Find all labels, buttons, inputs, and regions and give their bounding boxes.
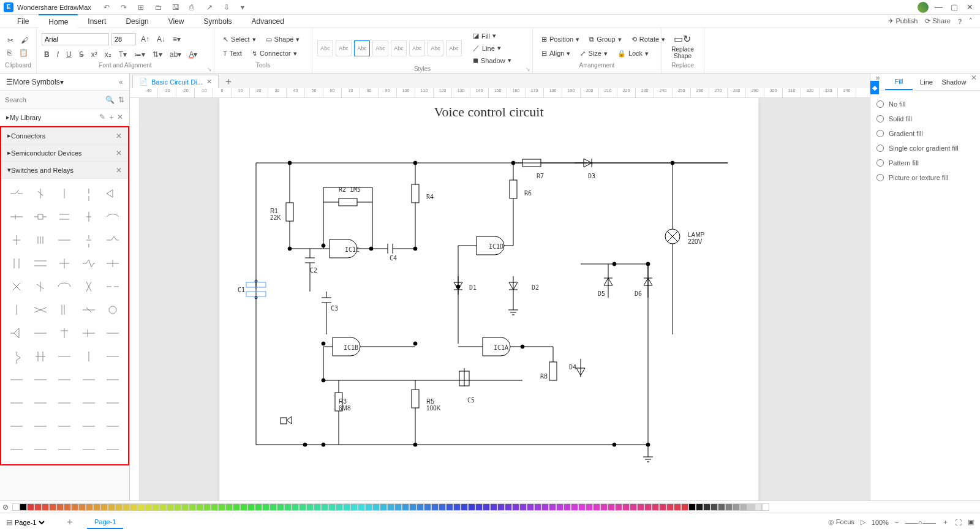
- color-swatch[interactable]: [181, 503, 189, 511]
- shadow-dropdown[interactable]: ◼ Shadow▾: [469, 55, 515, 66]
- color-swatch[interactable]: [409, 503, 417, 511]
- symbol-item[interactable]: [30, 184, 50, 203]
- symbol-item[interactable]: [30, 277, 50, 296]
- symbol-item[interactable]: [55, 277, 75, 296]
- menu-advanced[interactable]: Advanced: [242, 15, 294, 28]
- color-swatch[interactable]: [350, 503, 358, 511]
- color-swatch[interactable]: [439, 503, 446, 511]
- symbol-item[interactable]: [55, 416, 75, 436]
- color-swatch[interactable]: [762, 503, 769, 511]
- maximize-button[interactable]: ▢: [951, 2, 960, 12]
- symbol-item[interactable]: [6, 277, 26, 296]
- style-preset-8[interactable]: Abc: [446, 40, 462, 56]
- color-swatch[interactable]: [483, 503, 490, 511]
- color-swatch[interactable]: [196, 503, 203, 511]
- symbol-item[interactable]: [78, 230, 99, 250]
- color-swatch[interactable]: [49, 503, 56, 511]
- symbol-item[interactable]: [6, 300, 26, 320]
- category-switches[interactable]: ▾ Switches and Relays✕: [1, 162, 128, 179]
- symbol-item[interactable]: [55, 184, 75, 203]
- color-swatch[interactable]: [710, 503, 718, 511]
- symbol-item[interactable]: [6, 184, 26, 203]
- color-swatch[interactable]: [93, 503, 100, 511]
- symbol-item[interactable]: [30, 393, 50, 413]
- category-connectors[interactable]: ▸ Connectors✕: [1, 127, 128, 145]
- color-swatch[interactable]: [270, 503, 277, 511]
- color-swatch[interactable]: [461, 503, 468, 511]
- color-swatch[interactable]: [475, 503, 483, 511]
- bold-icon[interactable]: B: [42, 49, 52, 60]
- color-swatch[interactable]: [56, 503, 64, 511]
- style-preset-1[interactable]: Abc: [317, 40, 333, 56]
- color-swatch[interactable]: [159, 503, 167, 511]
- symbol-item[interactable]: [6, 230, 26, 250]
- color-swatch[interactable]: [42, 503, 49, 511]
- search-options-icon[interactable]: ⇅: [118, 96, 124, 104]
- symbol-item[interactable]: [6, 347, 26, 366]
- color-swatch[interactable]: [519, 503, 527, 511]
- color-swatch[interactable]: [512, 503, 519, 511]
- page-list-icon[interactable]: ▤: [6, 518, 12, 526]
- zoom-slider[interactable]: ——○——: [905, 519, 936, 526]
- color-swatch[interactable]: [20, 503, 27, 511]
- symbol-item[interactable]: [6, 323, 26, 343]
- symbol-item[interactable]: [55, 300, 75, 320]
- publish-button[interactable]: ✈ Publish: [888, 17, 918, 25]
- color-swatch[interactable]: [115, 503, 123, 511]
- strike-icon[interactable]: S̶: [77, 49, 86, 60]
- style-preset-2[interactable]: Abc: [336, 40, 352, 56]
- color-swatch[interactable]: [299, 503, 306, 511]
- font-color-icon[interactable]: A▾: [186, 49, 200, 60]
- color-swatch[interactable]: [306, 503, 314, 511]
- lock-button[interactable]: 🔒 Lock▾: [614, 48, 652, 59]
- color-swatch[interactable]: [27, 503, 34, 511]
- color-swatch[interactable]: [593, 503, 600, 511]
- symbol-item[interactable]: [78, 207, 99, 227]
- export-icon[interactable]: ↗: [206, 3, 215, 12]
- color-swatch[interactable]: [402, 503, 409, 511]
- zoom-in-icon[interactable]: ＋: [942, 518, 949, 527]
- fit-icon[interactable]: ⛶: [955, 519, 962, 526]
- color-swatch[interactable]: [123, 503, 130, 511]
- color-swatch[interactable]: [292, 503, 299, 511]
- color-swatch[interactable]: [34, 503, 42, 511]
- save-icon[interactable]: 🖫: [172, 3, 181, 12]
- zoom-out-icon[interactable]: −: [895, 519, 899, 526]
- font-launcher-icon[interactable]: ↘: [207, 66, 212, 72]
- menu-design[interactable]: Design: [116, 15, 158, 28]
- tab-fill[interactable]: Fill: [885, 73, 913, 90]
- style-preset-5[interactable]: Abc: [391, 40, 407, 56]
- symbol-item[interactable]: [55, 370, 75, 390]
- color-swatch[interactable]: [600, 503, 608, 511]
- menu-file[interactable]: File: [7, 15, 39, 28]
- search-input[interactable]: [5, 96, 105, 104]
- color-swatch[interactable]: [365, 503, 372, 511]
- color-swatch[interactable]: [747, 503, 755, 511]
- italic-icon[interactable]: I: [55, 49, 61, 60]
- symbol-item[interactable]: [103, 300, 123, 320]
- symbol-item[interactable]: [103, 323, 123, 343]
- color-swatch[interactable]: [336, 503, 343, 511]
- symbol-item[interactable]: [78, 416, 99, 436]
- color-swatch[interactable]: [725, 503, 733, 511]
- styles-launcher-icon[interactable]: ↘: [526, 66, 530, 72]
- symbol-item[interactable]: [30, 254, 50, 273]
- opt-pattern-fill[interactable]: Pattern fill: [876, 156, 974, 170]
- symbol-item[interactable]: [78, 347, 99, 366]
- symbol-item[interactable]: [78, 277, 99, 296]
- menu-symbols[interactable]: Symbols: [194, 15, 242, 28]
- copy-icon[interactable]: ⎘: [5, 47, 14, 58]
- color-swatch[interactable]: [247, 503, 255, 511]
- redo-icon[interactable]: ↷: [121, 3, 129, 12]
- bullets-icon[interactable]: ≔▾: [132, 49, 148, 60]
- color-swatch[interactable]: [578, 503, 586, 511]
- color-swatch[interactable]: [203, 503, 211, 511]
- color-swatch[interactable]: [86, 503, 93, 511]
- color-swatch[interactable]: [527, 503, 534, 511]
- symbol-item[interactable]: [78, 323, 99, 343]
- color-swatch[interactable]: [108, 503, 115, 511]
- symbol-item[interactable]: [103, 393, 123, 413]
- cat-close-icon[interactable]: ✕: [116, 149, 122, 157]
- symbol-item[interactable]: [78, 370, 99, 390]
- print-icon[interactable]: ⎙: [189, 3, 198, 12]
